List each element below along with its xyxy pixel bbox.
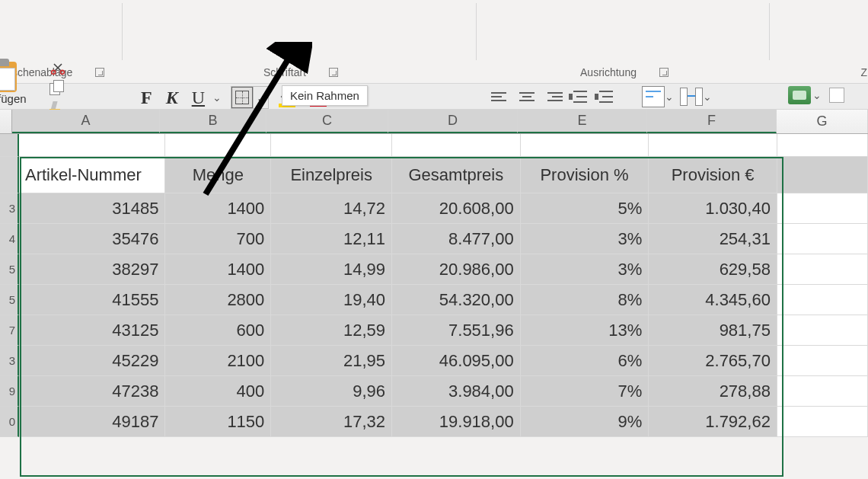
currency-dropdown-icon[interactable]: ⌄: [812, 89, 822, 101]
cell[interactable]: 3.984,00: [392, 376, 521, 407]
row-header[interactable]: 5: [0, 254, 19, 285]
cell[interactable]: 1.030,40: [649, 193, 777, 224]
cell[interactable]: 47238: [19, 376, 165, 407]
column-header-B[interactable]: B: [160, 110, 266, 133]
align-center-button[interactable]: [517, 88, 537, 106]
cell[interactable]: 600: [165, 315, 271, 346]
cell[interactable]: 43125: [19, 315, 165, 346]
percent-button[interactable]: [829, 88, 844, 103]
cell[interactable]: [392, 134, 521, 157]
cell[interactable]: 41555: [19, 285, 165, 315]
cell[interactable]: 1400: [165, 254, 271, 285]
cell[interactable]: 8%: [521, 285, 649, 315]
currency-button[interactable]: [788, 86, 811, 104]
cell[interactable]: [777, 224, 868, 254]
cell[interactable]: 4.345,60: [649, 285, 777, 315]
cell[interactable]: 54.320,00: [392, 285, 521, 315]
bold-button[interactable]: F: [141, 88, 152, 108]
italic-button[interactable]: K: [166, 88, 178, 108]
row-header[interactable]: 5: [0, 285, 19, 315]
cell[interactable]: 6%: [521, 346, 649, 376]
cell[interactable]: [271, 134, 392, 157]
row-header[interactable]: 0: [0, 407, 19, 437]
merge-dropdown-icon[interactable]: ⌄: [703, 91, 712, 103]
cell[interactable]: 981,75: [649, 315, 777, 346]
cell[interactable]: 7%: [521, 376, 649, 407]
cell[interactable]: 31485: [19, 193, 165, 224]
align-left-button[interactable]: [491, 88, 511, 106]
cell[interactable]: 2800: [165, 285, 271, 315]
cell[interactable]: 20.608,00: [392, 193, 521, 224]
cell[interactable]: 19.918,00: [392, 407, 521, 437]
cell[interactable]: 9%: [521, 407, 649, 437]
row-header[interactable]: 9: [0, 376, 19, 407]
cell[interactable]: 14,72: [271, 193, 392, 224]
header-menge[interactable]: Menge: [165, 157, 271, 193]
cell[interactable]: 45229: [19, 346, 165, 376]
cell[interactable]: 13%: [521, 315, 649, 346]
cell[interactable]: [777, 346, 868, 376]
alignment-dialog-launcher-icon[interactable]: [659, 68, 669, 77]
cell[interactable]: 3%: [521, 224, 649, 254]
cell[interactable]: 3%: [521, 254, 649, 285]
cell[interactable]: 5%: [521, 193, 649, 224]
merge-cells-button[interactable]: [680, 88, 703, 106]
cell[interactable]: 1150: [165, 407, 271, 437]
cell[interactable]: 1400: [165, 193, 271, 224]
cell[interactable]: 2100: [165, 346, 271, 376]
row-header[interactable]: [0, 134, 19, 157]
cell[interactable]: 49187: [19, 407, 165, 437]
row-header[interactable]: 4: [0, 224, 19, 254]
cell[interactable]: 400: [165, 376, 271, 407]
column-header-E[interactable]: E: [518, 110, 647, 133]
column-header-F[interactable]: F: [647, 110, 777, 133]
cell[interactable]: 1.792,62: [649, 407, 777, 437]
worksheet[interactable]: A B C D E F G Artikel-Nummer Menge Einze…: [0, 110, 868, 437]
cut-icon[interactable]: [49, 60, 66, 75]
decrease-indent-button[interactable]: [569, 88, 589, 106]
paste-button[interactable]: Einfügen: [0, 62, 34, 105]
cell[interactable]: 46.095,00: [392, 346, 521, 376]
cell[interactable]: 21,95: [271, 346, 392, 376]
cell[interactable]: 12,11: [271, 224, 392, 254]
cell[interactable]: 9,96: [271, 376, 392, 407]
cell[interactable]: [165, 134, 271, 157]
header-artikel[interactable]: Artikel-Nummer: [19, 157, 165, 193]
select-all-corner[interactable]: [0, 110, 12, 133]
cell[interactable]: 20.986,00: [392, 254, 521, 285]
header-gesamtpreis[interactable]: Gesamtpreis: [392, 157, 521, 193]
cell[interactable]: 278,88: [649, 376, 777, 407]
underline-button[interactable]: U: [192, 88, 205, 108]
row-header[interactable]: 3: [0, 193, 19, 224]
column-header-C[interactable]: C: [266, 110, 388, 133]
cell[interactable]: [777, 376, 868, 407]
column-header-A[interactable]: A: [12, 110, 160, 133]
cell[interactable]: [649, 134, 777, 157]
cell[interactable]: [777, 407, 868, 437]
wrap-dropdown-icon[interactable]: ⌄: [665, 91, 674, 103]
clipboard-dialog-launcher-icon[interactable]: [95, 68, 104, 77]
header-einzelpreis[interactable]: Einzelpreis: [271, 157, 392, 193]
underline-dropdown-icon[interactable]: ⌄: [212, 91, 222, 104]
increase-indent-button[interactable]: [595, 88, 614, 106]
cell[interactable]: [521, 134, 649, 157]
column-header-G[interactable]: G: [777, 110, 868, 133]
column-header-D[interactable]: D: [388, 110, 518, 133]
align-right-button[interactable]: [543, 88, 563, 106]
row-header[interactable]: 3: [0, 346, 19, 376]
cell[interactable]: 7.551,96: [392, 315, 521, 346]
border-split-button[interactable]: ⌄: [231, 86, 269, 109]
cell[interactable]: 35476: [19, 224, 165, 254]
row-header[interactable]: 7: [0, 315, 19, 346]
cell[interactable]: [777, 157, 868, 193]
cell[interactable]: 8.477,00: [392, 224, 521, 254]
cell[interactable]: 629,58: [649, 254, 777, 285]
cell[interactable]: 14,99: [271, 254, 392, 285]
copy-icon[interactable]: [49, 80, 66, 97]
cell[interactable]: 254,31: [649, 224, 777, 254]
cell[interactable]: 2.765,70: [649, 346, 777, 376]
cell[interactable]: [19, 134, 165, 157]
cell[interactable]: [777, 254, 868, 285]
border-icon[interactable]: [231, 86, 254, 109]
cell[interactable]: [777, 134, 868, 157]
